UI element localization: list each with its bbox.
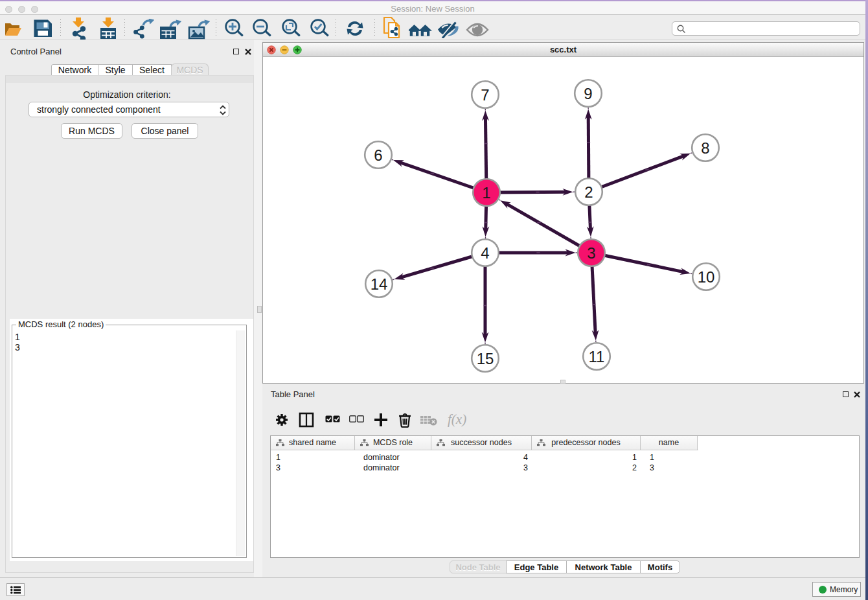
svg-text:6: 6 xyxy=(374,146,382,164)
svg-text:2: 2 xyxy=(584,183,593,201)
svg-text:14: 14 xyxy=(371,275,388,293)
svg-text:8: 8 xyxy=(701,139,709,157)
svg-text:3: 3 xyxy=(587,244,595,262)
svg-text:1: 1 xyxy=(482,184,490,202)
svg-text:10: 10 xyxy=(698,268,715,286)
svg-text:11: 11 xyxy=(589,348,605,365)
svg-text:7: 7 xyxy=(481,86,489,104)
svg-text:9: 9 xyxy=(584,85,592,102)
svg-text:15: 15 xyxy=(477,350,494,367)
svg-text:4: 4 xyxy=(481,244,489,262)
